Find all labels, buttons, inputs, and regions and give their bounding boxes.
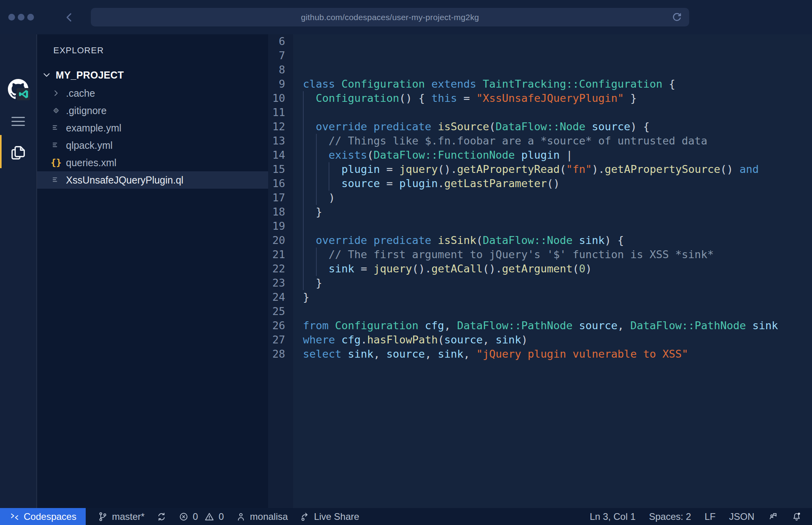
code-content: class Configuration extends TaintTrackin… xyxy=(293,34,812,508)
status-item-indentation[interactable]: Spaces: 2 xyxy=(649,508,691,525)
tree-item-example-yml[interactable]: example.yml xyxy=(37,119,268,137)
indent-guide xyxy=(303,262,304,276)
indent-guide xyxy=(303,219,304,233)
tree-item-label: .cache xyxy=(66,88,95,99)
code-editor[interactable]: 6789101112131415161718192021222324252627… xyxy=(268,34,812,508)
tree-item--gitignore[interactable]: .gitignore xyxy=(37,102,268,119)
status-item-problems[interactable]: 00 xyxy=(179,508,224,525)
code-line-9[interactable]: class Configuration extends TaintTrackin… xyxy=(303,77,812,91)
status-item-cursor-position[interactable]: Ln 3, Col 1 xyxy=(590,508,635,525)
code-line-7[interactable] xyxy=(303,49,812,63)
code-line-19[interactable] xyxy=(303,219,812,233)
status-item-user[interactable]: monalisa xyxy=(236,508,288,525)
line-number: 9 xyxy=(268,77,285,91)
code-line-12[interactable]: override predicate isSource(DataFlow::No… xyxy=(303,120,812,134)
tree-item-qlpack-yml[interactable]: qlpack.yml xyxy=(37,137,268,154)
status-item-feedback[interactable] xyxy=(768,508,778,525)
code-line-28[interactable]: select sink, source, sink, "jQuery plugi… xyxy=(303,347,812,361)
person-icon xyxy=(236,512,246,522)
code-line-23[interactable]: } xyxy=(303,276,812,290)
project-name: MY_PROJECT xyxy=(56,69,124,81)
chevron-down-icon xyxy=(41,70,52,80)
code-line-13[interactable]: // Things like $.fn.foobar are a *source… xyxy=(303,134,812,148)
url-bar[interactable]: github.com/codespaces/user-my-project-mg… xyxy=(91,8,689,26)
file-tree: .cache.gitignoreexample.ymlqlpack.yml{}q… xyxy=(37,84,268,189)
code-line-6[interactable] xyxy=(303,34,812,49)
codespaces-window: github.com/codespaces/user-my-project-mg… xyxy=(0,0,812,525)
vscode-icon xyxy=(17,88,30,100)
code-line-16[interactable]: source = plugin.getLastParameter() xyxy=(303,176,812,191)
indent-guide xyxy=(303,176,304,191)
line-number: 27 xyxy=(268,333,285,347)
indent-guide xyxy=(303,233,304,248)
status-item-label: Codespaces xyxy=(24,511,76,522)
line-number: 18 xyxy=(268,205,285,219)
indent-guide xyxy=(316,191,317,205)
window-minimize-button[interactable] xyxy=(18,14,24,21)
status-item-notifications[interactable] xyxy=(791,508,802,525)
line-number: 13 xyxy=(268,134,285,148)
status-item-label: LF xyxy=(705,511,716,522)
code-line-14[interactable]: exists(DataFlow::FunctionNode plugin | xyxy=(303,148,812,162)
code-line-25[interactable] xyxy=(303,304,812,319)
activity-bar xyxy=(0,34,37,508)
code-line-26[interactable]: from Configuration cfg, DataFlow::PathNo… xyxy=(303,319,812,333)
line-number: 12 xyxy=(268,120,285,134)
code-line-15[interactable]: plugin = jquery().getAPropertyRead("fn")… xyxy=(303,162,812,176)
indent-guide xyxy=(303,105,304,120)
indent-guide xyxy=(329,176,329,191)
explorer-sidebar: EXPLORER MY_PROJECT .cache.gitignoreexam… xyxy=(37,34,268,508)
url-text: github.com/codespaces/user-my-project-mg… xyxy=(301,13,479,22)
status-item-live-share[interactable]: Live Share xyxy=(300,508,359,525)
line-number: 7 xyxy=(268,49,285,63)
line-number: 21 xyxy=(268,248,285,262)
code-line-18[interactable]: } xyxy=(303,205,812,219)
refresh-icon[interactable] xyxy=(671,11,683,23)
line-number: 26 xyxy=(268,319,285,333)
line-number: 22 xyxy=(268,262,285,276)
tree-item-xssunsafejqueryplugin-ql[interactable]: XssUnsafeJQueryPlugin.ql xyxy=(37,171,268,189)
status-item-language-mode[interactable]: JSON xyxy=(729,508,754,525)
window-close-button[interactable] xyxy=(8,14,15,21)
tree-item-label: .gitignore xyxy=(66,105,107,116)
code-line-17[interactable]: ) xyxy=(303,191,812,205)
project-root-row[interactable]: MY_PROJECT xyxy=(37,66,268,84)
status-item-label: JSON xyxy=(729,511,754,522)
window-maximize-button[interactable] xyxy=(27,14,34,21)
line-number: 25 xyxy=(268,304,285,319)
sync-icon xyxy=(156,512,167,522)
code-line-21[interactable]: // The first argument to jQuery's '$' fu… xyxy=(303,248,812,262)
line-number: 14 xyxy=(268,148,285,162)
code-line-11[interactable] xyxy=(303,105,812,120)
code-line-8[interactable] xyxy=(303,63,812,77)
line-number: 28 xyxy=(268,347,285,361)
list-icon xyxy=(50,139,62,151)
code-line-10[interactable]: Configuration() { this = "XssUnsafeJQuer… xyxy=(303,91,812,105)
tree-item-queries-xml[interactable]: {}queries.xml xyxy=(37,154,268,171)
line-number: 16 xyxy=(268,176,285,191)
error-icon xyxy=(179,512,189,522)
code-line-24[interactable]: } xyxy=(303,290,812,304)
indent-guide xyxy=(316,134,317,148)
explorer-files-icon[interactable] xyxy=(9,144,27,162)
indent-guide xyxy=(316,248,317,262)
line-number-gutter: 6789101112131415161718192021222324252627… xyxy=(268,34,293,508)
line-number: 15 xyxy=(268,162,285,176)
indent-guide xyxy=(303,91,304,105)
status-bar-right: Ln 3, Col 1Spaces: 2LFJSON xyxy=(590,508,812,525)
indent-guide xyxy=(316,148,317,162)
status-item-codespaces[interactable]: Codespaces xyxy=(0,508,86,525)
bell-icon xyxy=(791,512,802,522)
status-item-git-branch[interactable]: master* xyxy=(98,508,145,525)
status-item-label: Ln 3, Col 1 xyxy=(590,511,635,522)
back-icon[interactable] xyxy=(63,11,76,24)
code-line-20[interactable]: override predicate isSink(DataFlow::Node… xyxy=(303,233,812,248)
code-line-27[interactable]: where cfg.hasFlowPath(source, sink) xyxy=(303,333,812,347)
status-item-end-of-line[interactable]: LF xyxy=(705,508,716,525)
code-line-22[interactable]: sink = jquery().getACall().getArgument(0… xyxy=(303,262,812,276)
menu-icon[interactable] xyxy=(11,117,25,126)
status-item-sync[interactable] xyxy=(156,508,167,525)
list-icon xyxy=(50,122,62,134)
status-item-label: Live Share xyxy=(314,511,359,522)
tree-item--cache[interactable]: .cache xyxy=(37,84,268,102)
